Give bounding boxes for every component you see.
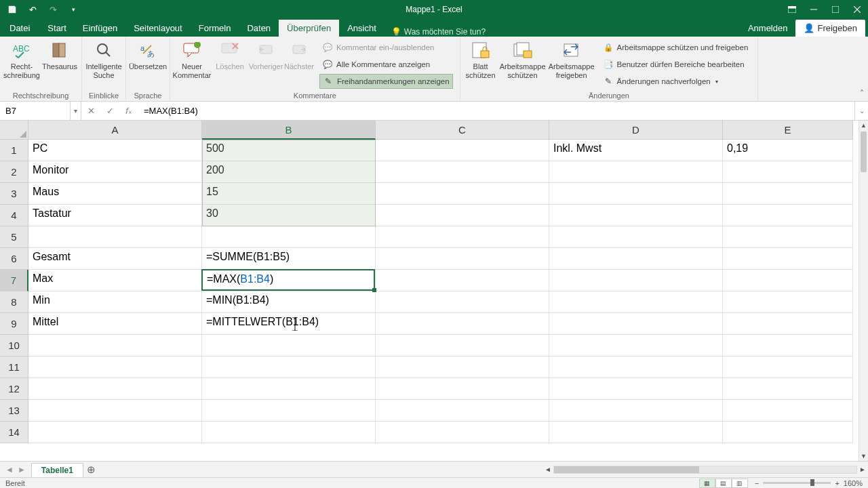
- page-break-view-button[interactable]: ▥: [732, 479, 748, 488]
- zoom-slider[interactable]: [763, 482, 831, 484]
- cell-D2[interactable]: [549, 161, 723, 183]
- name-box[interactable]: [0, 102, 70, 120]
- cells-area[interactable]: PC500Inkl. Mwst0,19Monitor200Maus15Tasta…: [28, 140, 859, 461]
- cell-D12[interactable]: [549, 378, 723, 400]
- row-header-13[interactable]: 13: [0, 400, 28, 422]
- cell-C9[interactable]: [376, 313, 549, 335]
- column-header-A[interactable]: A: [28, 121, 202, 140]
- qat-customize[interactable]: ▾: [64, 0, 83, 19]
- cell-D6[interactable]: [549, 248, 723, 270]
- select-all-button[interactable]: [0, 121, 28, 140]
- tab-review[interactable]: Überprüfen: [279, 20, 339, 37]
- cell-B6[interactable]: =SUMME(B1:B5): [202, 248, 376, 270]
- formula-input[interactable]: [138, 102, 854, 120]
- column-header-C[interactable]: C: [376, 121, 549, 140]
- cell-B3[interactable]: 15: [202, 183, 376, 205]
- cell-D4[interactable]: [549, 205, 723, 226]
- protect-workbook-button[interactable]: Arbeitsmappe schützen: [498, 38, 547, 79]
- cell-C1[interactable]: [376, 140, 549, 161]
- cell-A12[interactable]: [28, 378, 202, 400]
- cell-B5[interactable]: [202, 226, 376, 248]
- show-all-comments-button[interactable]: 💬Alle Kommentare anzeigen: [319, 57, 453, 72]
- prev-sheet-button[interactable]: ◄: [5, 465, 14, 474]
- cell-E5[interactable]: [723, 226, 853, 248]
- row-header-8[interactable]: 8: [0, 291, 28, 313]
- track-changes-button[interactable]: ✎Änderungen nachverfolgen▾: [600, 74, 751, 89]
- row-header-11[interactable]: 11: [0, 357, 28, 378]
- cell-E3[interactable]: [723, 183, 853, 205]
- row-header-14[interactable]: 14: [0, 422, 28, 443]
- column-header-D[interactable]: D: [549, 121, 723, 140]
- cell-B2[interactable]: 200: [202, 161, 376, 183]
- insert-function-button[interactable]: fₓ: [119, 106, 138, 116]
- tab-insert[interactable]: Einfügen: [75, 20, 125, 37]
- save-button[interactable]: [3, 0, 22, 19]
- cancel-formula-button[interactable]: ✕: [81, 106, 100, 116]
- cell-D13[interactable]: [549, 400, 723, 422]
- cell-B9[interactable]: =MITTELWERT(B1:B4): [202, 313, 376, 335]
- cell-D8[interactable]: [549, 291, 723, 313]
- cell-C8[interactable]: [376, 291, 549, 313]
- cell-B12[interactable]: [202, 378, 376, 400]
- undo-button[interactable]: ↶: [23, 0, 42, 19]
- scroll-right-button[interactable]: ►: [857, 466, 868, 473]
- cell-E9[interactable]: [723, 313, 853, 335]
- row-header-7[interactable]: 7: [0, 270, 28, 291]
- expand-formula-bar[interactable]: ⌄: [854, 102, 868, 120]
- tab-data[interactable]: Daten: [239, 20, 279, 37]
- row-header-4[interactable]: 4: [0, 205, 28, 226]
- cell-A3[interactable]: Maus: [28, 183, 202, 205]
- zoom-thumb[interactable]: [810, 479, 814, 486]
- cell-A1[interactable]: PC: [28, 140, 202, 161]
- cell-A5[interactable]: [28, 226, 202, 248]
- cell-C13[interactable]: [376, 400, 549, 422]
- cell-C11[interactable]: [376, 357, 549, 378]
- collapse-ribbon-button[interactable]: ˄: [860, 89, 864, 98]
- cell-E12[interactable]: [723, 378, 853, 400]
- cell-E7[interactable]: [723, 270, 853, 291]
- cell-E6[interactable]: [723, 248, 853, 270]
- cell-A13[interactable]: [28, 400, 202, 422]
- cell-A9[interactable]: Mittel: [28, 313, 202, 335]
- cell-B4[interactable]: 30: [202, 205, 376, 226]
- cell-C3[interactable]: [376, 183, 549, 205]
- cell-D5[interactable]: [549, 226, 723, 248]
- cell-A14[interactable]: [28, 422, 202, 443]
- cell-A7[interactable]: Max: [28, 270, 202, 291]
- zoom-out-button[interactable]: −: [755, 479, 759, 487]
- thesaurus-button[interactable]: Thesaurus: [41, 38, 79, 71]
- tab-start[interactable]: Start: [39, 20, 74, 37]
- cell-C14[interactable]: [376, 422, 549, 443]
- add-sheet-button[interactable]: ⊕: [83, 462, 100, 477]
- row-header-9[interactable]: 9: [0, 313, 28, 335]
- cell-C2[interactable]: [376, 161, 549, 183]
- redo-button[interactable]: ↷: [43, 0, 62, 19]
- close-button[interactable]: [846, 0, 868, 19]
- row-header-3[interactable]: 3: [0, 183, 28, 205]
- cell-A11[interactable]: [28, 357, 202, 378]
- show-ink-button[interactable]: ✎Freihandanmerkungen anzeigen: [319, 74, 453, 89]
- tell-me-search[interactable]: 💡Was möchten Sie tun?: [384, 27, 492, 37]
- protect-share-workbook-button[interactable]: 🔒Arbeitsmappe schützen und freigeben: [600, 40, 751, 55]
- scroll-up-button[interactable]: ▲: [859, 121, 868, 130]
- cell-B10[interactable]: [202, 335, 376, 357]
- share-workbook-button[interactable]: Arbeitsmappe freigeben: [547, 38, 596, 79]
- hscroll-thumb[interactable]: [554, 466, 699, 473]
- vertical-scrollbar[interactable]: ▲ ▼: [859, 121, 868, 461]
- cell-E10[interactable]: [723, 335, 853, 357]
- cell-E2[interactable]: [723, 161, 853, 183]
- smart-lookup-button[interactable]: Intelligente Suche: [85, 38, 123, 79]
- cell-E8[interactable]: [723, 291, 853, 313]
- tab-view[interactable]: Ansicht: [339, 20, 384, 37]
- cell-B11[interactable]: [202, 357, 376, 378]
- name-box-dropdown[interactable]: ▾: [71, 102, 81, 120]
- cell-A4[interactable]: Tastatur: [28, 205, 202, 226]
- cell-A6[interactable]: Gesamt: [28, 248, 202, 270]
- protect-sheet-button[interactable]: Blatt schützen: [463, 38, 498, 79]
- cell-D14[interactable]: [549, 422, 723, 443]
- cell-E14[interactable]: [723, 422, 853, 443]
- zoom-level[interactable]: 160%: [844, 479, 863, 487]
- cell-E13[interactable]: [723, 400, 853, 422]
- column-headers[interactable]: ABCDE: [28, 121, 859, 140]
- cell-B7[interactable]: [202, 270, 376, 291]
